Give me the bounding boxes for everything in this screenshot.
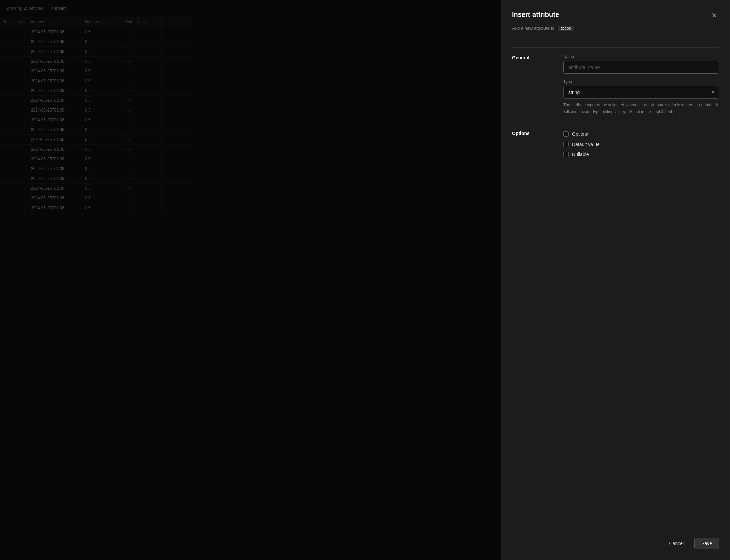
option-nullable[interactable]: Nullable	[563, 152, 719, 157]
modal-close-button[interactable]: ✕	[709, 11, 719, 20]
type-description: The attribute type will be validated whe…	[563, 102, 719, 115]
general-content: Name Type string number boolean date set…	[563, 54, 719, 115]
save-button[interactable]: Save	[694, 538, 719, 549]
type-select[interactable]: string number boolean date set record	[563, 86, 719, 99]
option-label-optional: Optional	[572, 131, 589, 137]
section-divider-top	[512, 47, 719, 48]
option-default_value[interactable]: Default value	[563, 142, 719, 147]
general-section: General Name Type string number boolean …	[512, 54, 719, 115]
options-section: Options Optional Default value Nullable	[512, 130, 719, 157]
options-label: Options	[512, 130, 552, 157]
type-select-wrapper: string number boolean date set record ▼	[563, 86, 719, 99]
option-optional[interactable]: Optional	[563, 131, 719, 137]
option-label-default_value: Default value	[572, 142, 600, 147]
section-divider-middle	[512, 123, 719, 123]
general-label: General	[512, 54, 552, 115]
modal-header: Insert attribute ✕	[512, 11, 719, 20]
entity-badge: todos	[558, 26, 573, 31]
options-list: Optional Default value Nullable	[563, 130, 719, 157]
type-section: Type string number boolean date set reco…	[563, 79, 719, 115]
checkbox-default_value[interactable]	[563, 142, 569, 147]
attribute-name-input[interactable]	[563, 61, 719, 74]
insert-attribute-modal: Insert attribute ✕ Add a new attribute t…	[501, 0, 730, 560]
checkbox-nullable[interactable]	[563, 152, 569, 157]
modal-footer: Cancel Save	[512, 531, 719, 549]
subtitle-prefix: Add a new attribute to	[512, 26, 554, 31]
options-content: Optional Default value Nullable	[563, 130, 719, 157]
modal-title: Insert attribute	[512, 11, 559, 19]
checkbox-optional[interactable]	[563, 131, 569, 137]
option-label-nullable: Nullable	[572, 152, 589, 157]
name-label: Name	[563, 54, 719, 59]
cancel-button[interactable]: Cancel	[662, 538, 691, 549]
modal-subtitle: Add a new attribute to todos	[512, 26, 719, 31]
type-label: Type	[563, 79, 719, 84]
section-divider-bottom	[512, 165, 719, 165]
